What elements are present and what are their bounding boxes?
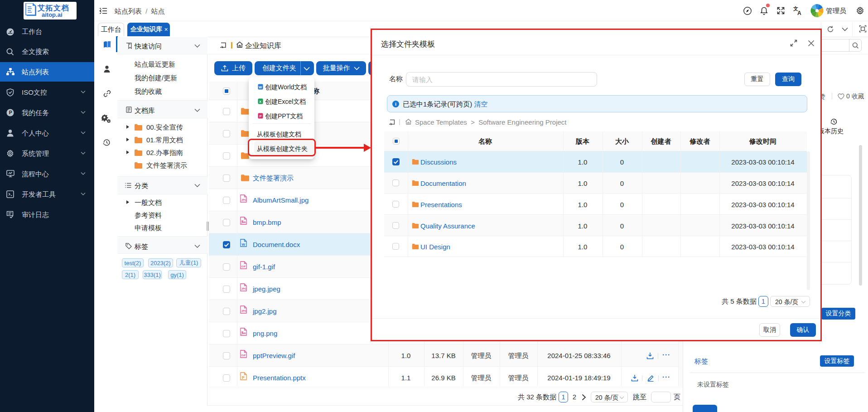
svg-text:GIF: GIF (241, 354, 246, 357)
svg-text:W: W (259, 85, 262, 89)
svg-text:P: P (259, 114, 261, 118)
svg-text:W: W (242, 242, 246, 247)
svg-text:GIF: GIF (241, 265, 246, 268)
svg-text:A: A (797, 10, 801, 15)
svg-text:JPG: JPG (241, 199, 247, 201)
svg-text:JPG: JPG (241, 310, 247, 312)
svg-text:P: P (9, 110, 12, 115)
svg-text:JPG: JPG (241, 287, 247, 290)
svg-text:P: P (242, 375, 245, 380)
svg-text:X: X (259, 100, 261, 104)
